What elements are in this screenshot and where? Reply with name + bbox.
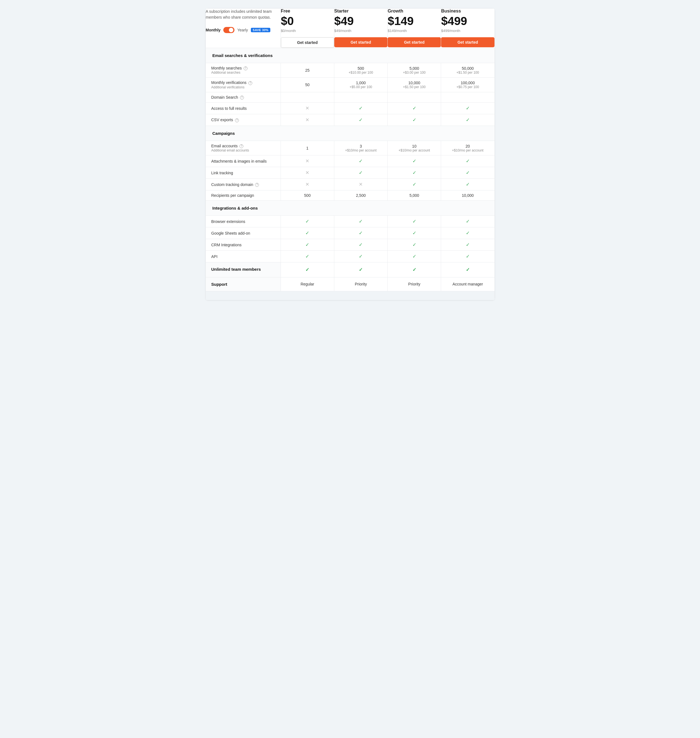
check-icon: ✓ [412, 242, 416, 247]
support-business: Account manager [441, 277, 494, 291]
plan-name-growth: Growth [388, 9, 441, 14]
feature-label-browser-extensions: Browser extensions [206, 216, 281, 227]
cross-icon: ✕ [359, 182, 363, 187]
google-sheets-business: ✓ [441, 227, 494, 239]
plan-name-free: Free [281, 9, 334, 14]
attachments-growth: ✓ [388, 156, 441, 167]
plan-header-free: Free $0 $0/month Get started [281, 9, 334, 48]
section-campaigns-label: Campaigns [206, 126, 494, 141]
feature-domain-search-header: Domain Search ? [206, 92, 494, 102]
check-icon: ✓ [359, 106, 363, 111]
feature-label-google-sheets: Google Sheets add-on [206, 227, 281, 239]
feature-monthly-verifications: Monthly verifications ? Additional verif… [206, 78, 494, 92]
cross-icon: ✕ [305, 117, 309, 123]
section-email-searches-label: Email searches & verifications [206, 48, 494, 63]
monthly-verifications-free: 50 [281, 78, 334, 92]
check-icon: ✓ [412, 254, 416, 259]
csv-exports-business: ✓ [441, 114, 494, 126]
check-icon: ✓ [305, 219, 309, 224]
feature-crm-integrations: CRM Integrations ✓ ✓ ✓ ✓ [206, 239, 494, 251]
check-icon: ✓ [412, 230, 416, 236]
support-free: Regular [281, 277, 334, 291]
check-icon: ✓ [466, 117, 470, 123]
check-icon: ✓ [412, 106, 416, 111]
billing-toggle-switch[interactable] [224, 27, 234, 33]
feature-attachments: Attachments & images in emails ✕ ✓ ✓ ✓ [206, 156, 494, 167]
attachments-business: ✓ [441, 156, 494, 167]
email-accounts-business: 20 +$10/mo per account [441, 141, 494, 156]
api-growth: ✓ [388, 251, 441, 263]
email-accounts-growth: 10 +$10/mo per account [388, 141, 441, 156]
check-icon: ✓ [305, 242, 309, 247]
attachments-free: ✕ [281, 156, 334, 167]
check-icon: ✓ [359, 230, 363, 236]
feature-label-csv-exports: CSV exports ? [206, 114, 281, 126]
plan-period-free: $0/month [281, 29, 334, 33]
check-icon: ✓ [466, 182, 470, 187]
access-full-results-growth: ✓ [388, 103, 441, 114]
monthly-verifications-growth: 10,000 +$1.50 per 100 [388, 78, 441, 92]
check-icon: ✓ [466, 254, 470, 259]
monthly-searches-starter: 500 +$10.00 per 100 [334, 63, 387, 78]
feature-custom-tracking-domain: Custom tracking domain ? ✕ ✕ ✓ ✓ [206, 179, 494, 191]
header-description: A subscription includes unlimited team m… [206, 9, 281, 20]
custom-tracking-domain-business: ✓ [441, 179, 494, 191]
check-icon: ✓ [466, 242, 470, 247]
feature-monthly-searches: Monthly searches ? Additional searches 2… [206, 63, 494, 78]
feature-api: API ✓ ✓ ✓ ✓ [206, 251, 494, 263]
cta-growth[interactable]: Get started [388, 37, 441, 47]
feature-access-full-results: Access to full results ✕ ✓ ✓ ✓ [206, 103, 494, 114]
help-icon-monthly-verifications[interactable]: ? [249, 81, 252, 85]
recipients-free: 500 [281, 191, 334, 201]
feature-csv-exports: CSV exports ? ✕ ✓ ✓ ✓ [206, 114, 494, 126]
support-label: Support [206, 277, 281, 291]
api-free: ✓ [281, 251, 334, 263]
help-icon-monthly-searches[interactable]: ? [244, 66, 247, 70]
feature-label-api: API [206, 251, 281, 263]
plan-period-growth: $149/month [388, 29, 441, 33]
check-icon: ✓ [412, 267, 416, 272]
check-icon: ✓ [466, 158, 470, 164]
plan-price-starter: $49 [334, 15, 387, 28]
google-sheets-starter: ✓ [334, 227, 387, 239]
cross-icon: ✕ [305, 158, 309, 164]
feature-google-sheets: Google Sheets add-on ✓ ✓ ✓ ✓ [206, 227, 494, 239]
check-icon: ✓ [466, 219, 470, 224]
csv-exports-starter: ✓ [334, 114, 387, 126]
plan-header-starter: Starter $49 $49/month Get started [334, 9, 387, 48]
check-icon: ✓ [359, 254, 363, 259]
help-icon-custom-tracking-domain[interactable]: ? [255, 183, 259, 187]
plan-price-business: $499 [441, 15, 494, 28]
cross-icon: ✕ [305, 182, 309, 187]
help-icon-csv-exports[interactable]: ? [235, 119, 239, 122]
feature-email-accounts: Email accounts ? Additional email accoun… [206, 141, 494, 156]
cta-business[interactable]: Get started [441, 37, 494, 47]
check-icon: ✓ [466, 267, 470, 272]
crm-free: ✓ [281, 239, 334, 251]
check-icon: ✓ [305, 254, 309, 259]
feature-recipients-per-campaign: Recipients per campaign 500 2,500 5,000 … [206, 191, 494, 201]
feature-label-custom-tracking-domain: Custom tracking domain ? [206, 179, 281, 191]
custom-tracking-domain-free: ✕ [281, 179, 334, 191]
help-icon-email-accounts[interactable]: ? [240, 144, 243, 148]
cta-starter[interactable]: Get started [334, 37, 387, 47]
plan-price-growth: $149 [388, 15, 441, 28]
monthly-searches-business: 50,000 +$1.50 per 100 [441, 63, 494, 78]
check-icon: ✓ [466, 230, 470, 236]
access-full-results-business: ✓ [441, 103, 494, 114]
plan-period-starter: $49/month [334, 29, 387, 33]
check-icon: ✓ [466, 106, 470, 111]
plan-name-starter: Starter [334, 9, 387, 14]
link-tracking-starter: ✓ [334, 167, 387, 179]
google-sheets-growth: ✓ [388, 227, 441, 239]
feature-label-attachments: Attachments & images in emails [206, 156, 281, 167]
access-full-results-starter: ✓ [334, 103, 387, 114]
feature-browser-extensions: Browser extensions ✓ ✓ ✓ ✓ [206, 216, 494, 227]
feature-link-tracking: Link tracking ✕ ✓ ✓ ✓ [206, 167, 494, 179]
help-icon-domain-search[interactable]: ? [240, 95, 244, 100]
cta-free[interactable]: Get started [281, 37, 334, 48]
plan-name-business: Business [441, 9, 494, 14]
support-growth: Priority [388, 277, 441, 291]
unlimited-team-free: ✓ [281, 263, 334, 277]
unlimited-team-label: Unlimited team members [206, 263, 281, 277]
